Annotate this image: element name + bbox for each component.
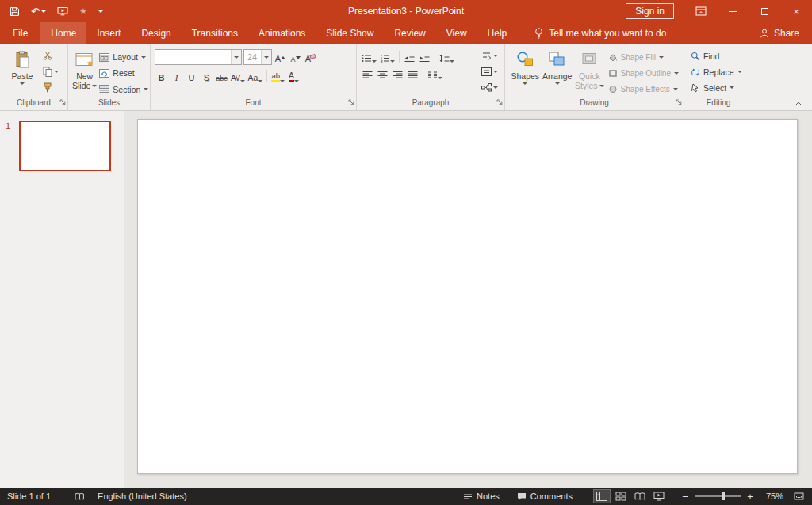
tab-view[interactable]: View: [436, 22, 477, 44]
copy-button[interactable]: [40, 64, 61, 78]
increase-indent-button[interactable]: [418, 49, 431, 64]
align-center-button[interactable]: [376, 66, 389, 81]
shape-outline-button[interactable]: Shape Outline: [606, 66, 681, 80]
paragraph-dialog-launcher[interactable]: [496, 99, 503, 105]
text-shadow-button[interactable]: S: [200, 69, 213, 84]
close-button[interactable]: ×: [780, 0, 812, 22]
convert-to-smartart-button[interactable]: [479, 80, 500, 94]
slide-thumbnail-1[interactable]: [19, 121, 111, 171]
normal-view-button[interactable]: [593, 489, 611, 503]
dropdown-caret-icon: [450, 60, 454, 63]
tab-slide-show[interactable]: Slide Show: [316, 22, 384, 44]
character-spacing-button[interactable]: AV: [230, 69, 246, 84]
spellcheck-button[interactable]: [71, 492, 88, 501]
section-button[interactable]: Section: [97, 82, 151, 97]
tab-review[interactable]: Review: [384, 22, 435, 44]
title-bar: ↶ ★ Presentation3 - PowerPoint Sign in ×: [0, 0, 812, 22]
customize-star-button[interactable]: ★: [79, 7, 87, 16]
reset-button[interactable]: Reset: [97, 66, 151, 80]
reading-view-button[interactable]: [631, 489, 649, 503]
fit-slide-to-window-button[interactable]: [790, 489, 807, 503]
cut-button[interactable]: [40, 48, 61, 63]
section-label: Section: [113, 85, 140, 94]
text-highlight-color-button[interactable]: ab: [270, 69, 285, 84]
slide-show-view-button[interactable]: [650, 489, 668, 503]
share-button[interactable]: Share: [760, 22, 799, 44]
qat-customize-button[interactable]: [98, 10, 103, 13]
zoom-in-button[interactable]: +: [744, 491, 756, 503]
language-button[interactable]: English (United States): [94, 492, 190, 501]
zoom-percentage[interactable]: 75%: [760, 492, 783, 501]
tab-animations[interactable]: Animations: [248, 22, 316, 44]
zoom-slider-thumb[interactable]: [722, 492, 725, 500]
dropdown-caret-icon: [674, 72, 679, 75]
numbering-button[interactable]: [379, 49, 396, 64]
align-text-button[interactable]: [479, 64, 500, 78]
arrange-button[interactable]: Arrange: [542, 47, 574, 97]
slide-thumbnail-panel[interactable]: 1: [0, 111, 124, 488]
decrease-font-size-button[interactable]: A: [289, 50, 302, 65]
change-case-button[interactable]: Aa: [247, 69, 264, 84]
ribbon-display-options-icon: [695, 6, 707, 16]
collapse-ribbon-button[interactable]: [795, 101, 802, 106]
font-color-button[interactable]: A: [287, 69, 301, 84]
slide-sorter-view-button[interactable]: [612, 489, 630, 503]
comments-button[interactable]: Comments: [514, 492, 576, 501]
sign-in-button[interactable]: Sign in: [626, 3, 674, 19]
increase-font-size-button[interactable]: A: [274, 50, 287, 65]
drawing-dialog-launcher[interactable]: [676, 99, 682, 105]
font-dialog-launcher[interactable]: [348, 99, 354, 105]
align-left-button[interactable]: [361, 66, 374, 81]
zoom-slider[interactable]: [695, 489, 741, 503]
tab-transitions[interactable]: Transitions: [182, 22, 248, 44]
text-direction-button[interactable]: [479, 48, 500, 63]
star-icon: ★: [79, 7, 87, 16]
ribbon-display-options-button[interactable]: [685, 0, 717, 22]
tab-design[interactable]: Design: [131, 22, 181, 44]
italic-button[interactable]: I: [170, 69, 183, 84]
justify-button[interactable]: [406, 66, 419, 81]
save-button[interactable]: [10, 6, 20, 17]
format-painter-button[interactable]: [40, 80, 61, 94]
start-slideshow-button[interactable]: [57, 6, 68, 16]
tab-file[interactable]: File: [0, 22, 40, 44]
notes-button[interactable]: Notes: [460, 492, 503, 501]
dropdown-caret-icon: [390, 60, 395, 63]
zoom-out-button[interactable]: −: [679, 491, 691, 503]
slide-editing-surface[interactable]: [137, 119, 798, 474]
tab-home[interactable]: Home: [40, 22, 86, 44]
select-button[interactable]: Select: [688, 80, 750, 95]
tab-insert[interactable]: Insert: [86, 22, 131, 44]
layout-button[interactable]: Layout: [97, 50, 151, 64]
minimize-button[interactable]: [717, 0, 749, 22]
decrease-indent-button[interactable]: [403, 49, 416, 64]
font-name-dropdown[interactable]: [231, 50, 241, 64]
paste-button[interactable]: Paste: [4, 47, 40, 97]
new-slide-button[interactable]: New Slide: [72, 47, 97, 97]
clipboard-dialog-launcher[interactable]: [59, 99, 66, 105]
undo-button[interactable]: ↶: [31, 6, 46, 17]
shape-effects-button[interactable]: Shape Effects: [606, 82, 681, 97]
find-button[interactable]: Find: [688, 48, 750, 63]
tell-me-search[interactable]: Tell me what you want to do: [534, 22, 666, 44]
notes-icon: [463, 492, 473, 501]
align-right-button[interactable]: [391, 66, 404, 81]
columns-button[interactable]: [427, 66, 443, 81]
underline-button[interactable]: U: [185, 69, 198, 84]
clear-formatting-button[interactable]: A: [304, 50, 317, 65]
font-size-dropdown[interactable]: [261, 50, 271, 64]
font-name-select[interactable]: [155, 49, 242, 65]
tab-help[interactable]: Help: [477, 22, 518, 44]
font-size-select[interactable]: 24: [243, 49, 272, 65]
grow-font-icon: A: [275, 55, 281, 63]
shape-fill-button[interactable]: Shape Fill: [606, 50, 681, 64]
shapes-button[interactable]: Shapes: [509, 47, 542, 97]
maximize-button[interactable]: [749, 0, 780, 22]
replace-button[interactable]: Replace: [688, 64, 750, 79]
strikethrough-button[interactable]: abc: [215, 69, 228, 84]
line-spacing-button[interactable]: [439, 49, 455, 64]
quick-styles-button[interactable]: Quick Styles: [573, 47, 606, 97]
slide-counter[interactable]: Slide 1 of 1: [4, 492, 54, 501]
bold-button[interactable]: B: [155, 69, 168, 84]
bullets-button[interactable]: [361, 49, 377, 64]
